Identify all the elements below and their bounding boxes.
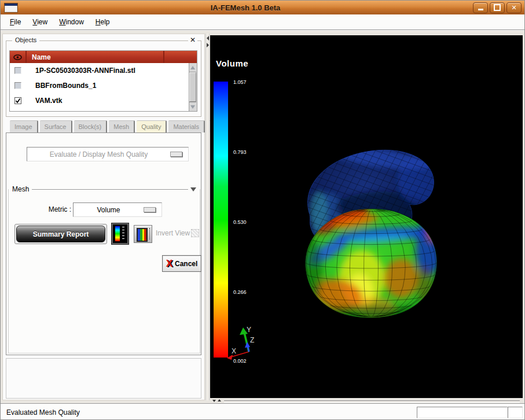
tab-image[interactable]: Image xyxy=(10,120,38,132)
operation-dropdown[interactable]: Evaluate / Display Mesh Quality xyxy=(27,147,189,161)
check-icon xyxy=(15,98,21,104)
tab-quality[interactable]: Quality xyxy=(137,120,167,132)
axis-x-label: X xyxy=(232,347,236,355)
object-name: 1P-SC05030303R-ANNFinal.stl xyxy=(35,67,135,75)
object-name: VAM.vtk xyxy=(35,97,62,105)
objects-table-header: Name xyxy=(10,51,197,64)
mesh-group-label: Mesh xyxy=(10,185,32,193)
panel-footer-area xyxy=(6,358,201,399)
scrollbar-thumb[interactable] xyxy=(189,72,196,102)
progress-bar xyxy=(417,407,508,418)
colorbar-icon xyxy=(115,226,120,241)
menu-view[interactable]: View xyxy=(28,17,52,27)
minimize-button[interactable] xyxy=(473,2,488,13)
scalarbar-editor-button[interactable] xyxy=(134,225,152,243)
table-row[interactable]: BBFromBounds_1 xyxy=(10,78,189,93)
close-button[interactable]: ✕ xyxy=(506,2,522,13)
metric-dropdown[interactable]: Volume xyxy=(73,202,162,217)
colorbar-ticks-icon xyxy=(122,227,124,241)
menu-file[interactable]: File xyxy=(5,17,25,27)
visibility-checkbox-checked[interactable] xyxy=(14,97,21,104)
tab-materials[interactable]: Materials xyxy=(168,120,205,132)
scalar-tick: 0.530 xyxy=(233,219,247,225)
scalar-color-bar xyxy=(214,82,228,358)
close-icon: ✕ xyxy=(511,5,516,11)
scalar-bar-title: Volume xyxy=(216,58,248,68)
titlebar[interactable]: IA-FEMesh 1.0 Beta ✕ xyxy=(1,1,524,15)
dropdown-indicator-icon xyxy=(144,207,156,212)
tab-surface[interactable]: Surface xyxy=(40,120,72,132)
tab-mesh[interactable]: Mesh xyxy=(109,120,135,132)
group-divider xyxy=(32,189,188,190)
splitter-collapse-left-icon[interactable] xyxy=(207,36,209,40)
app-window: IA-FEMesh 1.0 Beta ✕ File View Window He… xyxy=(0,0,525,420)
name-column-header[interactable]: Name xyxy=(27,51,164,63)
collapse-arrow-icon[interactable] xyxy=(190,187,196,191)
viewport-scroll-strip[interactable] xyxy=(210,399,523,403)
extra-column-header xyxy=(164,51,197,63)
maximize-button[interactable] xyxy=(490,2,505,13)
scalar-tick: 0.266 xyxy=(233,289,247,295)
object-name: BBFromBounds_1 xyxy=(35,82,96,90)
axis-y-label: Y xyxy=(247,326,251,334)
scalar-tick: 1.057 xyxy=(233,79,247,85)
splitter-collapse-right-icon[interactable] xyxy=(207,43,209,47)
objects-groupbox: Objects ✕ Name 1P-SC05030 xyxy=(6,40,201,117)
scalarbar-ruler-icon xyxy=(146,228,150,240)
summary-report-frame: Summary Report xyxy=(14,224,107,244)
minimize-icon xyxy=(478,9,483,10)
invert-view-checkbox[interactable] xyxy=(191,229,199,237)
quality-tab-panel: Evaluate / Display Mesh Quality Mesh Met… xyxy=(6,132,201,355)
objects-table: Name 1P-SC05030303R-ANNFinal.stl BBFromB… xyxy=(9,50,197,112)
objects-scrollbar[interactable] xyxy=(189,63,197,111)
eye-icon xyxy=(13,54,22,60)
axis-z-label: Z xyxy=(250,336,254,344)
scroll-down-icon[interactable] xyxy=(212,400,216,402)
control-panel: Objects ✕ Name 1P-SC05030 xyxy=(2,34,205,400)
summary-report-label: Summary Report xyxy=(33,230,89,238)
maximize-icon xyxy=(494,4,501,11)
tab-blocks[interactable]: Block(s) xyxy=(74,120,108,132)
scroll-up-icon[interactable] xyxy=(189,63,196,72)
status-message: Evaluated Mesh Quality xyxy=(6,408,80,417)
cancel-button[interactable]: X Cancel xyxy=(162,255,201,272)
panel-splitter[interactable] xyxy=(205,34,210,400)
visibility-checkbox[interactable] xyxy=(14,67,21,74)
scrollbar-groove[interactable] xyxy=(224,400,520,403)
dropdown-indicator-icon xyxy=(170,152,182,157)
objects-title: Objects xyxy=(12,36,39,43)
scalar-tick: 0.793 xyxy=(233,149,247,155)
operation-dropdown-value: Evaluate / Display Mesh Quality xyxy=(27,150,170,159)
orientation-axes: X Y Z xyxy=(227,326,254,360)
menu-help[interactable]: Help xyxy=(91,17,115,27)
scroll-up-icon[interactable] xyxy=(218,399,221,401)
render-viewport[interactable]: X Y Z Volume 1.057 0.793 0.530 0.266 0.0… xyxy=(210,35,523,398)
cancel-label: Cancel xyxy=(175,260,197,268)
summary-report-button[interactable]: Summary Report xyxy=(16,226,105,242)
metric-dropdown-value: Volume xyxy=(74,206,144,214)
metric-label: Metric : xyxy=(30,205,71,213)
table-row[interactable]: 1P-SC05030303R-ANNFinal.stl xyxy=(10,63,189,78)
table-row[interactable]: VAM.vtk xyxy=(10,93,189,108)
progress-bar-segment xyxy=(508,407,523,418)
colorbar-toggle-button[interactable] xyxy=(112,223,129,244)
mesh-render: X Y Z xyxy=(210,35,523,398)
scroll-down-icon[interactable] xyxy=(189,102,196,111)
menu-window[interactable]: Window xyxy=(54,17,89,27)
menubar: File View Window Help xyxy=(1,14,524,30)
cancel-x-icon: X xyxy=(166,259,172,268)
invert-view-label: Invert View xyxy=(156,229,190,237)
scalar-tick: 0.002 xyxy=(233,358,247,364)
visibility-checkbox[interactable] xyxy=(14,82,21,89)
objects-close-icon[interactable]: ✕ xyxy=(188,36,197,44)
app-window-icon[interactable] xyxy=(4,3,18,13)
window-title: IA-FEMesh 1.0 Beta xyxy=(18,3,473,12)
visibility-column-header[interactable] xyxy=(10,51,27,63)
status-bar: Evaluated Mesh Quality xyxy=(1,403,524,420)
